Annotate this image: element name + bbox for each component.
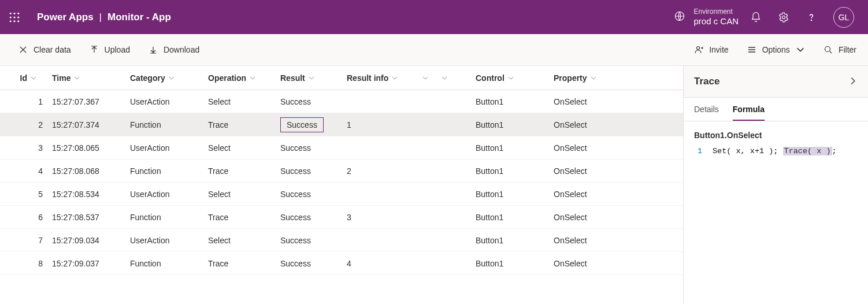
cell-result: Success [276, 190, 342, 199]
chevron-down-icon [507, 75, 514, 81]
column-header-property[interactable]: Property [549, 73, 636, 83]
cell-control: Button1 [471, 120, 549, 129]
cell-category: Function [125, 166, 203, 176]
code-segment: Set( x, x+1 ); [713, 147, 783, 155]
cell-operation: Select [203, 143, 276, 153]
cell-result-info: 3 [342, 213, 414, 222]
clear-data-button[interactable]: Clear data [18, 45, 71, 54]
column-header-result[interactable]: Result [276, 73, 342, 83]
title-separator: | [99, 12, 102, 23]
environment-label: Environment [693, 8, 739, 16]
chevron-down-icon [441, 75, 448, 81]
column-header-blank-1[interactable] [414, 75, 436, 81]
cell-property: OnSelect [549, 259, 636, 268]
column-header-operation[interactable]: Operation [203, 73, 276, 83]
cell-result: Success [276, 97, 342, 106]
upload-button[interactable]: Upload [90, 45, 130, 54]
table-row[interactable]: 515:27:08.534UserActionSelectSuccessButt… [0, 183, 683, 206]
svg-point-6 [10, 20, 12, 22]
cell-result: Success [276, 117, 342, 132]
cell-result: Success [276, 166, 342, 176]
cell-id: 1 [5, 97, 47, 106]
upload-label: Upload [105, 45, 130, 54]
cell-result-info: 1 [342, 120, 414, 129]
invite-button[interactable]: Invite [694, 45, 728, 54]
svg-point-7 [13, 20, 15, 22]
cell-time: 15:27:08.068 [47, 166, 125, 176]
code-segment: ; [832, 147, 837, 155]
grid-header: Id Time Category Operation Result Result… [0, 66, 683, 90]
command-bar: Clear data Upload Download Invite Option… [0, 34, 868, 66]
filter-button[interactable]: Filter [824, 45, 856, 54]
cell-result: Success [276, 213, 342, 222]
column-header-time[interactable]: Time [47, 73, 125, 83]
gear-icon[interactable] [778, 12, 789, 23]
table-row[interactable]: 215:27:07.374FunctionTraceSuccess1Button… [0, 113, 683, 136]
svg-point-10 [782, 16, 785, 18]
svg-point-1 [13, 12, 15, 14]
table-row[interactable]: 815:27:09.037FunctionTraceSuccess4Button… [0, 252, 683, 275]
chevron-right-icon[interactable] [848, 76, 858, 87]
cell-category: UserAction [125, 97, 203, 106]
svg-point-2 [17, 12, 19, 14]
options-button[interactable]: Options [747, 45, 805, 54]
cell-operation: Trace [203, 166, 276, 176]
download-button[interactable]: Download [149, 45, 199, 54]
cell-result: Success [276, 259, 342, 268]
cell-result: Success [276, 236, 342, 245]
table-row[interactable]: 415:27:08.068FunctionTraceSuccess2Button… [0, 160, 683, 183]
table-row[interactable]: 615:27:08.537FunctionTraceSuccess3Button… [0, 206, 683, 229]
app-title: Power Apps | Monitor - App [37, 12, 171, 23]
cell-time: 15:27:09.034 [47, 236, 125, 245]
cell-category: Function [125, 120, 203, 129]
cell-id: 3 [5, 143, 47, 153]
environment-picker[interactable]: Environment prod c CAN [674, 8, 739, 26]
chevron-down-icon [796, 45, 805, 54]
table-row[interactable]: 315:27:08.065UserActionSelectSuccessButt… [0, 136, 683, 160]
tab-formula[interactable]: Formula [733, 105, 765, 121]
column-header-control[interactable]: Control [471, 73, 549, 83]
bell-icon[interactable] [750, 12, 762, 23]
table-row[interactable]: 115:27:07.367UserActionSelectSuccessButt… [0, 90, 683, 113]
column-header-category[interactable]: Category [125, 73, 203, 83]
cell-id: 8 [5, 259, 47, 268]
column-header-blank-2[interactable] [436, 75, 471, 81]
tab-details[interactable]: Details [694, 105, 719, 121]
cell-result-info: 2 [342, 166, 414, 176]
cell-time: 15:27:08.537 [47, 213, 125, 222]
column-header-id[interactable]: Id [5, 73, 47, 83]
cell-time: 15:27:08.065 [47, 143, 125, 153]
chevron-down-icon [249, 75, 256, 81]
options-label: Options [762, 45, 790, 54]
cell-control: Button1 [471, 259, 549, 268]
cell-id: 7 [5, 236, 47, 245]
cell-operation: Trace [203, 213, 276, 222]
code-line-number: 1 [694, 147, 702, 155]
svg-point-11 [811, 20, 811, 20]
cell-operation: Trace [203, 120, 276, 129]
cell-property: OnSelect [549, 166, 636, 176]
cell-category: UserAction [125, 236, 203, 245]
svg-point-0 [10, 12, 12, 14]
cell-result-info: 4 [342, 259, 414, 268]
chevron-down-icon [30, 75, 37, 81]
svg-point-12 [697, 47, 700, 50]
cell-time: 15:27:08.534 [47, 190, 125, 199]
table-row[interactable]: 715:27:09.034UserActionSelectSuccessButt… [0, 229, 683, 252]
user-avatar[interactable]: GL [833, 7, 854, 28]
cell-control: Button1 [471, 236, 549, 245]
column-header-result-info[interactable]: Result info [342, 73, 414, 83]
cell-category: Function [125, 213, 203, 222]
download-label: Download [164, 45, 199, 54]
cell-operation: Select [203, 97, 276, 106]
waffle-icon[interactable] [0, 0, 29, 34]
cell-operation: Trace [203, 259, 276, 268]
cell-id: 5 [5, 190, 47, 199]
environment-name: prod c CAN [693, 16, 739, 26]
cell-property: OnSelect [549, 97, 636, 106]
result-highlight: Success [280, 117, 324, 132]
cell-result: Success [276, 143, 342, 153]
cell-property: OnSelect [549, 190, 636, 199]
clear-data-label: Clear data [34, 45, 71, 54]
help-icon[interactable] [806, 12, 817, 23]
